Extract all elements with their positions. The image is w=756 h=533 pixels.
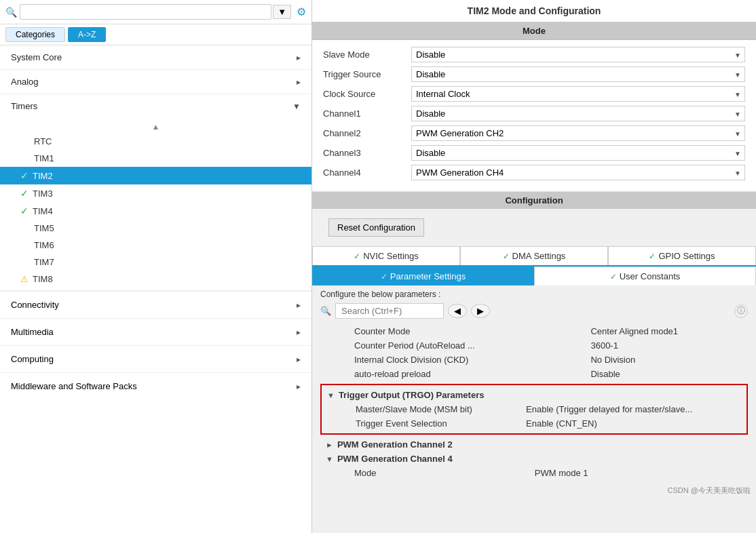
param-counter-mode-value: Center Aligned mode1 [585,324,748,338]
channel3-label: Channel3 [323,148,411,158]
tab-gpio-settings[interactable]: ✓ GPIO Settings [608,246,756,265]
section-multimedia[interactable]: Multimedia ▸ [0,318,311,345]
clock-source-select-wrap: Internal Clock [411,86,745,102]
table-row: Internal Clock Division (CKD) No Divisio… [320,353,748,367]
pwm-mode-table: Mode PWM mode 1 [320,466,748,480]
section-analog: Analog ▸ [0,70,311,94]
search-input[interactable] [20,4,271,20]
slave-mode-label: Slave Mode [323,50,411,60]
config-tabs-row1: ✓ NVIC Settings ✓ DMA Settings ✓ GPIO Se… [312,246,756,266]
warning-icon-tim8: ⚠ [20,274,29,284]
timer-tim4-label: TIM4 [33,206,53,216]
clock-source-label: Clock Source [323,89,411,99]
section-multimedia-label: Multimedia [11,327,54,337]
timer-tim5-label: TIM5 [34,223,54,233]
config-tabs-row2: ✓ Parameter Settings ✓ User Constants [312,266,756,285]
param-counter-mode-label: Counter Mode [320,324,585,338]
timer-tim2-label: TIM2 [33,171,53,181]
pwm-ch4-group[interactable]: ▼ PWM Generation Channel 4 [320,452,748,466]
params-area: Configure the below parameters : 🔍 ◀ ▶ ⓘ… [312,285,756,484]
section-system-core-header[interactable]: System Core ▸ [0,45,311,69]
trgo-group-header[interactable]: ▼ Trigger Output (TRGO) Parameters [322,388,746,402]
table-row: auto-reload preload Disable [320,367,748,381]
search-params-input[interactable] [335,303,444,319]
trgo-msm-value: Enable (Trigger delayed for master/slave… [521,402,746,416]
trgo-param-table: Master/Slave Mode (MSM bit) Enable (Trig… [322,402,746,431]
channel1-select-wrap: Disable [411,106,745,121]
timer-item-tim6[interactable]: TIM6 [0,237,311,254]
search-bar: 🔍 ▼ ⚙ [0,0,311,24]
search-dropdown-btn[interactable]: ▼ [273,5,291,19]
timer-item-tim7[interactable]: TIM7 [0,254,311,271]
chevron-right-icon: ▸ [297,382,301,391]
gear-icon[interactable]: ⚙ [297,5,306,18]
timer-item-tim4[interactable]: ✓ TIM4 [0,202,311,220]
tab-parameter-settings[interactable]: ✓ Parameter Settings [312,266,534,285]
chevron-right-icon: ▸ [297,77,301,87]
slave-mode-select[interactable]: Disable [411,47,745,62]
timer-rtc-label: RTC [34,136,52,146]
trigger-source-select[interactable]: Disable [411,66,745,82]
channel4-select[interactable]: PWM Generation CH4 [411,165,745,180]
clock-source-select[interactable]: Internal Clock [411,86,745,102]
tab-atoz[interactable]: A->Z [68,27,106,42]
category-tabs: Categories A->Z [0,24,311,45]
mode-row-trigger: Trigger Source Disable [323,66,745,82]
watermark: CSDN @今天美美吃饭啦 [312,484,756,497]
section-computing[interactable]: Computing ▸ [0,345,311,372]
tab-user-constants[interactable]: ✓ User Constants [534,266,756,285]
param-ckd-value: No Division [585,353,748,367]
pwm-ch4-label: PWM Generation Channel 4 [337,454,453,464]
timer-tim8-label: TIM8 [33,274,53,284]
check-circle-icon: ✓ [20,170,29,181]
section-analog-header[interactable]: Analog ▸ [0,70,311,94]
param-autoreload-label: auto-reload preload [320,367,585,381]
info-icon[interactable]: ⓘ [734,304,748,318]
bottom-sections: Connectivity ▸ Multimedia ▸ Computing ▸ … [0,291,311,399]
timer-tim3-label: TIM3 [33,189,53,199]
timer-list: ▲ RTC TIM1 ✓ TIM2 [0,118,311,290]
section-system-core-label: System Core [11,52,62,62]
section-middleware[interactable]: Middleware and Software Packs ▸ [0,372,311,399]
table-row: Trigger Event Selection Enable (CNT_EN) [322,416,746,431]
timer-tim7-label: TIM7 [34,257,54,267]
tab-dma-settings[interactable]: ✓ DMA Settings [460,246,608,265]
table-row: Counter Mode Center Aligned mode1 [320,324,748,338]
reset-config-button[interactable]: Reset Configuration [328,218,424,237]
tab-nvic-settings[interactable]: ✓ NVIC Settings [312,246,460,265]
mode-row-ch3: Channel3 Disable [323,145,745,161]
nav-next-button[interactable]: ▶ [471,304,490,318]
pwm-ch2-label: PWM Generation Channel 2 [337,439,453,450]
chevron-down-icon: ▼ [292,102,301,111]
channel1-select[interactable]: Disable [411,106,745,121]
params-desc: Configure the below parameters : [320,290,748,299]
search-params-icon: 🔍 [320,306,331,316]
up-arrow-row: ▲ [0,121,311,133]
check-icon-gpio: ✓ [649,252,656,261]
right-panel: TIM2 Mode and Configuration Mode Slave M… [312,0,756,533]
up-arrow-icon: ▲ [152,122,160,132]
tab-categories[interactable]: Categories [5,27,65,42]
section-middleware-label: Middleware and Software Packs [11,381,137,391]
check-icon-tim4: ✓ [20,205,29,216]
timer-item-tim3[interactable]: ✓ TIM3 [0,184,311,202]
channel2-select[interactable]: PWM Generation CH2 [411,125,745,141]
chevron-right-icon: ▸ [297,300,301,310]
section-connectivity[interactable]: Connectivity ▸ [0,291,311,318]
section-timers-label: Timers [11,101,37,111]
table-row: Counter Period (AutoReload ... 3600-1 [320,338,748,353]
timer-item-tim5[interactable]: TIM5 [0,220,311,237]
timer-item-rtc[interactable]: RTC [0,133,311,150]
timer-item-tim2[interactable]: ✓ TIM2 [0,167,311,184]
chevron-right-icon: ► [326,441,333,449]
channel3-select[interactable]: Disable [411,145,745,161]
section-timers-header[interactable]: Timers ▼ [0,94,311,118]
chevron-down-icon: ▼ [326,455,333,463]
timer-item-tim8[interactable]: ⚠ TIM8 [0,271,311,288]
timer-item-tim1[interactable]: TIM1 [0,150,311,167]
nav-prev-button[interactable]: ◀ [448,304,467,318]
pwm-ch2-group[interactable]: ► PWM Generation Channel 2 [320,437,748,452]
trgo-section: ▼ Trigger Output (TRGO) Parameters Maste… [320,384,748,435]
timer-tim6-label: TIM6 [34,240,54,250]
check-icon-dma: ✓ [503,252,510,261]
